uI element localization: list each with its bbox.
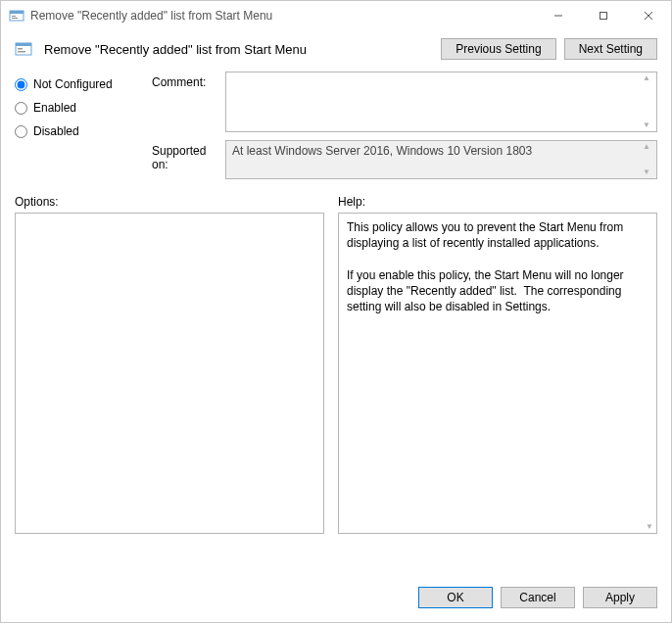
comment-textarea[interactable]: ▲ ▼ <box>225 72 657 132</box>
panels-row: This policy allows you to prevent the St… <box>1 213 671 575</box>
radio-enabled-input[interactable] <box>15 102 27 115</box>
supported-readonly: At least Windows Server 2016, Windows 10… <box>225 140 657 179</box>
supported-scrollbar: ▲ ▼ <box>639 141 654 178</box>
dialog-window: Remove "Recently added" list from Start … <box>0 0 672 623</box>
comment-label: Comment: <box>152 72 225 132</box>
radio-not-configured-input[interactable] <box>15 78 27 91</box>
next-setting-button[interactable]: Next Setting <box>564 38 657 60</box>
radio-enabled-label: Enabled <box>33 101 76 115</box>
scroll-up-icon: ▲ <box>639 142 654 152</box>
svg-rect-5 <box>600 13 607 20</box>
radio-disabled-label: Disabled <box>33 124 79 138</box>
comment-scrollbar[interactable]: ▲ ▼ <box>639 72 654 131</box>
supported-value: At least Windows Server 2016, Windows 10… <box>232 144 637 158</box>
svg-rect-9 <box>16 43 31 46</box>
radio-disabled-input[interactable] <box>15 125 27 138</box>
options-label: Options: <box>15 195 324 209</box>
policy-icon <box>15 40 32 58</box>
radio-not-configured[interactable]: Not Configured <box>15 77 152 91</box>
footer-buttons: OK Cancel Apply <box>1 575 671 622</box>
svg-rect-1 <box>10 11 24 14</box>
previous-setting-button[interactable]: Previous Setting <box>441 38 555 60</box>
radio-disabled[interactable]: Disabled <box>15 124 152 138</box>
help-text: This policy allows you to prevent the St… <box>339 214 656 320</box>
body-grid: Not Configured Enabled Disabled Comment:… <box>1 66 671 187</box>
svg-rect-2 <box>12 16 16 17</box>
supported-label: Supported on: <box>152 140 225 179</box>
cancel-button[interactable]: Cancel <box>501 587 575 608</box>
minimize-button[interactable] <box>536 1 581 30</box>
maximize-button[interactable] <box>581 1 626 30</box>
options-panel <box>15 213 324 534</box>
help-label: Help: <box>338 195 365 209</box>
scroll-up-icon: ▲ <box>639 73 654 83</box>
scroll-down-icon: ▼ <box>639 168 654 177</box>
svg-rect-3 <box>12 18 18 19</box>
header-row: Remove "Recently added" list from Start … <box>1 30 671 66</box>
close-button[interactable] <box>626 1 671 30</box>
scroll-down-icon: ▼ <box>646 522 653 531</box>
window-title: Remove "Recently added" list from Start … <box>30 9 272 23</box>
svg-rect-11 <box>18 51 25 53</box>
help-panel: This policy allows you to prevent the St… <box>338 213 657 534</box>
policy-title: Remove "Recently added" list from Start … <box>44 42 433 57</box>
state-radio-group: Not Configured Enabled Disabled <box>15 72 152 179</box>
ok-button[interactable]: OK <box>418 587 493 608</box>
section-labels: Options: Help: <box>1 187 671 213</box>
svg-rect-10 <box>18 48 23 50</box>
radio-not-configured-label: Not Configured <box>33 77 113 91</box>
scroll-down-icon: ▼ <box>639 120 654 130</box>
titlebar: Remove "Recently added" list from Start … <box>1 1 671 30</box>
app-icon <box>9 8 24 24</box>
radio-enabled[interactable]: Enabled <box>15 101 152 115</box>
apply-button[interactable]: Apply <box>583 587 657 608</box>
